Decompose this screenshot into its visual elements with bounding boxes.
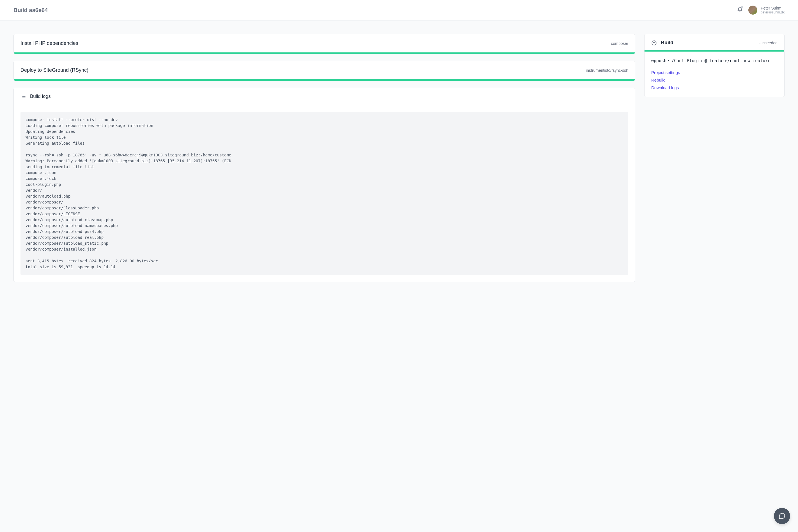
build-title: Build [661,40,755,46]
build-body: wppusher/Cool-Plugin @ feature/cool-new-… [645,52,784,97]
user-name: Peter Suhm [761,6,784,11]
user-info: Peter Suhm peter@suhm.dk [761,6,784,14]
page-title: Build aa6e64 [14,7,48,14]
user-email: peter@suhm.dk [761,11,784,14]
build-step-card[interactable]: Deploy to SiteGround (RSync) instrumenti… [14,61,635,81]
status-badge: succeeded [758,41,778,45]
notification-dot [741,6,743,8]
project-settings-link[interactable]: Project settings [651,70,778,75]
build-summary-card: Build succeeded wppusher/Cool-Plugin @ f… [644,34,784,97]
status-bar-success [14,79,635,81]
step-meta: composer [611,41,628,46]
step-meta: instrumentisto/rsync-ssh [586,68,628,73]
logs-title: Build logs [30,94,51,99]
logs-output: composer install --prefer-dist --no-dev … [20,112,628,275]
main-column: Install PHP dependencies composer Deploy… [14,34,635,289]
package-icon [651,40,657,46]
avatar [748,6,757,15]
header-actions: Peter Suhm peter@suhm.dk [737,6,784,15]
user-menu[interactable]: Peter Suhm peter@suhm.dk [748,6,784,15]
side-column: Build succeeded wppusher/Cool-Plugin @ f… [644,34,784,104]
step-title: Install PHP dependencies [20,40,78,46]
build-header: Build succeeded [645,34,784,50]
rebuild-link[interactable]: Rebuild [651,78,778,82]
download-logs-link[interactable]: Download logs [651,85,778,90]
app-header: Build aa6e64 Peter Suhm peter@suhm.dk [0,0,798,20]
step-header: Install PHP dependencies composer [14,34,635,52]
status-bar-success [14,52,635,54]
list-icon [20,94,26,99]
step-header: Deploy to SiteGround (RSync) instrumenti… [14,61,635,79]
content: Install PHP dependencies composer Deploy… [0,20,798,302]
repo-path: wppusher/Cool-Plugin @ feature/cool-new-… [651,58,778,63]
logs-body: composer install --prefer-dist --no-dev … [14,105,635,282]
link-list: Project settings Rebuild Download logs [651,70,778,90]
step-title: Deploy to SiteGround (RSync) [20,67,88,73]
build-logs-card: Build logs composer install --prefer-dis… [14,88,635,282]
logs-header: Build logs [14,88,635,105]
notifications-button[interactable] [737,7,743,14]
build-step-card[interactable]: Install PHP dependencies composer [14,34,635,54]
